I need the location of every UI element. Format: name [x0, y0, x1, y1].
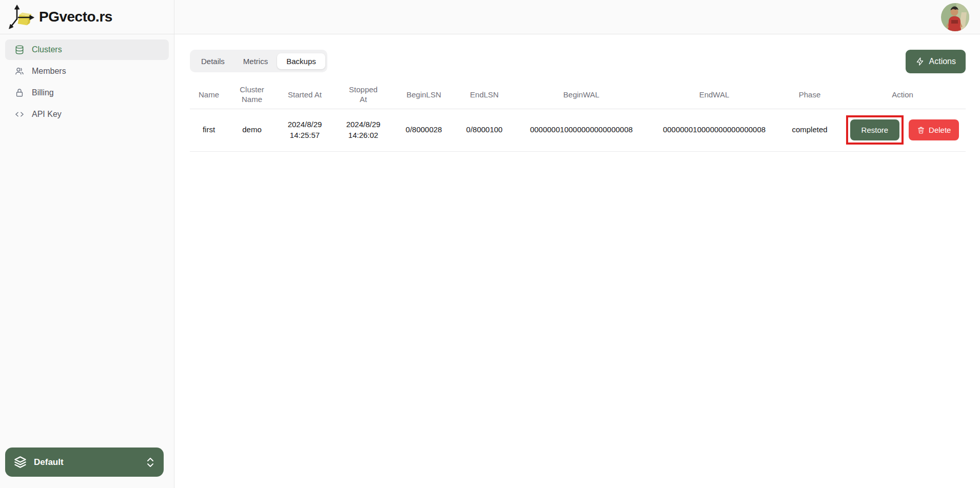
column-header-name: Name: [190, 80, 228, 109]
cell-stopped-at: 2024/8/29 14:26:02: [334, 109, 393, 151]
backups-table: Name Cluster Name Started At Stopped At …: [190, 80, 966, 152]
layers-icon: [13, 455, 27, 469]
content-top-row: Details Metrics Backups Actions: [190, 50, 966, 73]
tab-bar: Details Metrics Backups: [190, 50, 327, 72]
tab-details[interactable]: Details: [192, 53, 234, 69]
tab-metrics[interactable]: Metrics: [234, 53, 277, 69]
cell-action: Restore Delete: [839, 109, 966, 151]
sidebar-item-clusters[interactable]: Clusters: [5, 39, 169, 60]
sidebar: PGvecto.rs Clusters Members: [0, 0, 174, 488]
column-header-action: Action: [839, 80, 966, 109]
tab-backups[interactable]: Backups: [277, 53, 325, 69]
main-area: Details Metrics Backups Actions: [174, 0, 980, 488]
cell-begin-lsn: 0/8000028: [393, 109, 455, 151]
cell-started-at: 2024/8/29 14:25:57: [276, 109, 334, 151]
cell-end-lsn: 0/8000100: [455, 109, 514, 151]
database-icon: [14, 45, 25, 55]
sidebar-item-label: Members: [32, 67, 66, 76]
logo-axes-cube-icon: [8, 4, 35, 30]
table-header: Name Cluster Name Started At Stopped At …: [190, 80, 966, 109]
code-icon: [14, 109, 25, 119]
app-root: PGvecto.rs Clusters Members: [0, 0, 980, 488]
sidebar-item-label: Billing: [32, 88, 54, 97]
sidebar-item-billing[interactable]: Billing: [5, 83, 169, 103]
restore-highlight-box: Restore: [846, 115, 904, 145]
sidebar-item-members[interactable]: Members: [5, 61, 169, 82]
column-header-stopped-at: Stopped At: [334, 80, 393, 109]
sidebar-item-label: Clusters: [32, 45, 62, 54]
cell-name: first: [190, 109, 228, 151]
users-icon: [14, 66, 25, 76]
column-header-cluster-name: Cluster Name: [228, 80, 276, 109]
actions-button[interactable]: Actions: [906, 50, 966, 73]
workspace-switcher-button[interactable]: Default: [5, 448, 164, 477]
trash-icon: [917, 126, 925, 134]
column-header-endlsn: EndLSN: [455, 80, 514, 109]
app-title: PGvecto.rs: [39, 9, 112, 25]
top-bar: [174, 0, 980, 34]
workspace-name: Default: [34, 457, 64, 467]
cell-cluster-name: demo: [228, 109, 276, 151]
column-header-beginwal: BeginWAL: [514, 80, 649, 109]
action-buttons: Restore Delete: [841, 115, 964, 145]
table-row: first demo 2024/8/29 14:25:57 2024/8/29 …: [190, 109, 966, 151]
logo: PGvecto.rs: [0, 0, 174, 34]
sidebar-nav: Clusters Members Billing: [0, 34, 174, 125]
bolt-icon: [915, 57, 925, 66]
avatar-photo: [941, 3, 969, 31]
delete-button[interactable]: Delete: [909, 119, 959, 140]
actions-button-label: Actions: [929, 57, 956, 66]
column-header-beginlsn: BeginLSN: [393, 80, 455, 109]
column-header-endwal: EndWAL: [649, 80, 780, 109]
restore-button[interactable]: Restore: [850, 119, 900, 140]
sidebar-item-api-key[interactable]: API Key: [5, 104, 169, 125]
cell-phase: completed: [780, 109, 839, 151]
user-avatar[interactable]: [941, 3, 969, 31]
cell-begin-wal: 000000010000000000000008: [514, 109, 649, 151]
lock-icon: [14, 88, 25, 98]
column-header-phase: Phase: [780, 80, 839, 109]
sidebar-item-label: API Key: [32, 110, 62, 119]
chevrons-up-down-icon: [145, 456, 155, 469]
content: Details Metrics Backups Actions: [174, 34, 980, 152]
column-header-started-at: Started At: [276, 80, 334, 109]
delete-button-label: Delete: [929, 126, 951, 134]
cell-end-wal: 000000010000000000000008: [649, 109, 780, 151]
